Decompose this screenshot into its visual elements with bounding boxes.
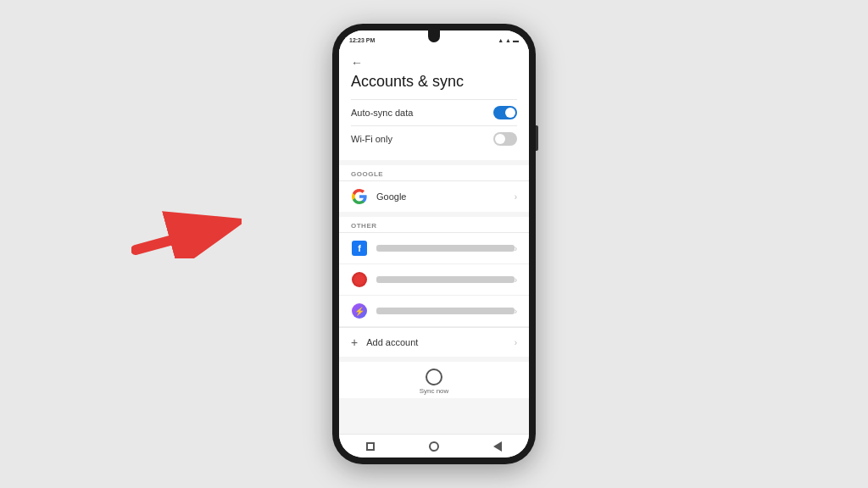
- google-section: GOOGLE Google ›: [339, 165, 529, 212]
- nav-recents-button[interactable]: [364, 441, 376, 452]
- arrow-annotation: [131, 208, 242, 258]
- scene: 12:23 PM ▲ ▲ ▬ ← Accounts & sync Auto-sy…: [0, 0, 868, 488]
- google-label: Google: [376, 191, 515, 202]
- facebook-chevron: ›: [515, 244, 517, 253]
- signal-icon: ▲: [498, 37, 504, 43]
- back-button[interactable]: ←: [351, 56, 517, 69]
- status-time: 12:23 PM: [349, 37, 375, 43]
- sync-label: Sync now: [420, 387, 449, 395]
- page-title: Accounts & sync: [351, 73, 517, 91]
- google-section-header: GOOGLE: [339, 165, 529, 180]
- navigation-bar: [339, 434, 529, 458]
- other-section: OTHER f ›: [339, 217, 529, 357]
- facebook-icon: f: [351, 240, 368, 257]
- auto-sync-row[interactable]: Auto-sync data: [351, 100, 517, 125]
- messenger-icon: ⚡: [351, 302, 368, 319]
- phone-device: 12:23 PM ▲ ▲ ▬ ← Accounts & sync Auto-sy…: [332, 24, 536, 464]
- messenger-label: [376, 308, 515, 314]
- wifi-only-toggle[interactable]: [493, 132, 517, 146]
- facebook-account-item[interactable]: f ›: [339, 233, 529, 264]
- messenger-account-item[interactable]: ⚡ ›: [339, 296, 529, 327]
- lastpass-label: [376, 276, 515, 283]
- add-account-label: Add account: [366, 337, 514, 347]
- lastpass-chevron: ›: [515, 275, 517, 285]
- wifi-only-label: Wi-Fi only: [351, 134, 392, 144]
- plus-icon: +: [351, 336, 358, 349]
- phone-notch: [428, 30, 440, 42]
- facebook-label: [376, 245, 515, 252]
- status-icons: ▲ ▲ ▬: [498, 37, 519, 43]
- wifi-icon: ▲: [505, 37, 511, 43]
- auto-sync-toggle[interactable]: [493, 106, 517, 119]
- auto-sync-label: Auto-sync data: [351, 108, 413, 118]
- top-section: ← Accounts & sync Auto-sync data Wi-Fi o…: [339, 49, 529, 160]
- sync-bar[interactable]: Sync now: [339, 362, 529, 398]
- add-account-row[interactable]: + Add account ›: [339, 328, 529, 357]
- nav-back-button[interactable]: [492, 441, 504, 452]
- battery-icon: ▬: [513, 37, 519, 43]
- add-account-chevron: ›: [515, 338, 517, 347]
- svg-line-1: [136, 225, 229, 250]
- google-chevron: ›: [515, 192, 517, 202]
- lastpass-account-item[interactable]: ›: [339, 264, 529, 296]
- sync-circle-icon: [426, 369, 442, 385]
- nav-home-button[interactable]: [428, 441, 440, 452]
- phone-screen: 12:23 PM ▲ ▲ ▬ ← Accounts & sync Auto-sy…: [339, 30, 529, 458]
- wifi-only-row[interactable]: Wi-Fi only: [351, 126, 517, 152]
- google-account-item[interactable]: Google ›: [339, 181, 529, 212]
- other-section-header: OTHER: [339, 217, 529, 232]
- messenger-chevron: ›: [515, 307, 517, 316]
- screen-content: ← Accounts & sync Auto-sync data Wi-Fi o…: [339, 49, 529, 434]
- google-icon: [351, 188, 368, 205]
- lastpass-icon: [351, 271, 368, 288]
